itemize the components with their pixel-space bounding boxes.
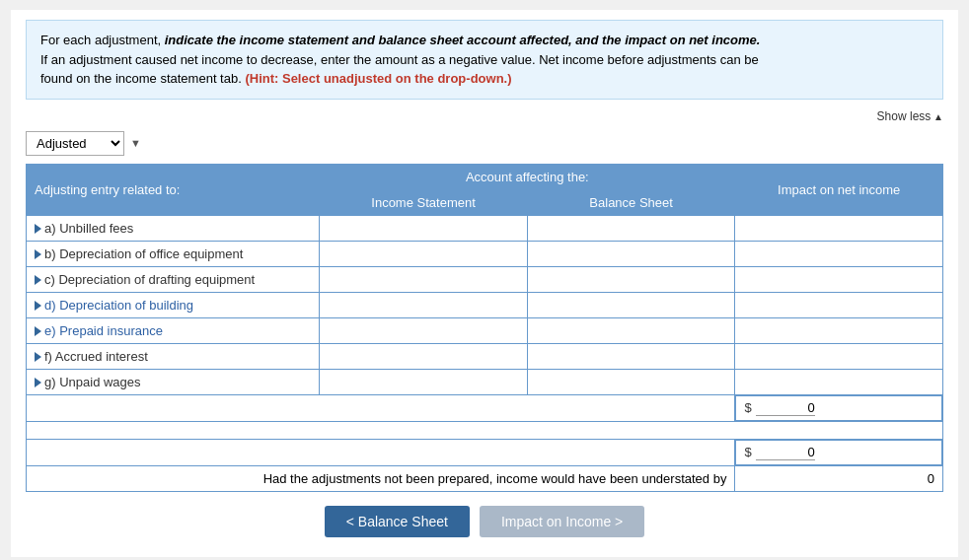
row-d-balance-cell[interactable] [527, 292, 735, 317]
row-a-balance-input[interactable] [532, 219, 731, 238]
row-f-income-input[interactable] [324, 347, 523, 366]
row-a-label-text: a) Unbilled fees [44, 221, 133, 236]
row-b-label: b) Depreciation of office equipment [27, 241, 320, 266]
row-d-impact-input[interactable] [739, 296, 938, 315]
triangle-icon-f [35, 352, 41, 362]
row-f-income-cell[interactable] [320, 343, 528, 369]
table-row: f) Accrued interest [27, 343, 943, 369]
row-a-impact-cell[interactable] [735, 215, 943, 241]
row-c-balance-input[interactable] [532, 270, 731, 289]
total-row-1: $ [27, 394, 943, 421]
row-f-impact-cell[interactable] [735, 343, 943, 369]
row-e-label: e) Prepaid insurance [27, 317, 320, 343]
understated-value-cell[interactable] [735, 465, 943, 491]
understated-label: Had the adjustments not been prepared, i… [27, 465, 735, 491]
row-a-income-input[interactable] [324, 219, 523, 238]
row-f-balance-input[interactable] [532, 347, 731, 366]
row-c-income-cell[interactable] [320, 266, 528, 292]
row-b-income-input[interactable] [324, 245, 523, 263]
total-row-2-dollar: $ [744, 445, 751, 459]
total-row-2: $ [27, 439, 943, 465]
row-c-impact-input[interactable] [739, 270, 938, 289]
header-impact: Impact on net income [735, 164, 943, 215]
header-income-statement: Income Statement [320, 189, 528, 215]
total-row-1-dollar: $ [744, 400, 751, 415]
row-d-income-cell[interactable] [320, 292, 528, 317]
row-d-label: d) Depreciation of building [27, 292, 320, 317]
header-balance-sheet: Balance Sheet [527, 189, 735, 215]
row-d-label-text: d) Depreciation of building [44, 298, 193, 313]
row-c-income-input[interactable] [324, 270, 523, 289]
instruction-hint: (Hint: Select unadjusted on the drop-dow… [245, 71, 511, 86]
understated-row: Had the adjustments not been prepared, i… [27, 465, 943, 491]
table-row: c) Depreciation of drafting equipment [27, 266, 943, 292]
total-row-2-input[interactable] [756, 445, 815, 460]
row-g-label-text: g) Unpaid wages [44, 375, 141, 389]
table-row: b) Depreciation of office equipment [27, 241, 943, 266]
row-c-label: c) Depreciation of drafting equipment [27, 266, 320, 292]
nav-buttons: < Balance Sheet Impact on Income > [26, 506, 943, 537]
row-b-balance-input[interactable] [532, 245, 731, 263]
empty-row [27, 421, 943, 439]
row-e-balance-input[interactable] [532, 321, 731, 340]
main-table: Adjusting entry related to: Account affe… [26, 164, 943, 492]
instruction-line2: If an adjustment caused net income to de… [40, 52, 759, 67]
header-account-affecting: Account affecting the: [320, 164, 735, 189]
row-d-income-input[interactable] [324, 296, 523, 315]
total-row-1-input[interactable] [756, 400, 815, 416]
row-g-balance-cell[interactable] [527, 369, 735, 394]
row-c-balance-cell[interactable] [527, 266, 735, 292]
show-less-arrow-icon: ▲ [931, 111, 943, 122]
header-adjusting: Adjusting entry related to: [27, 164, 320, 215]
triangle-icon-g [35, 378, 41, 387]
table-row: e) Prepaid insurance [27, 317, 943, 343]
row-a-label: a) Unbilled fees [27, 215, 320, 241]
row-b-income-cell[interactable] [320, 241, 528, 266]
table-row: g) Unpaid wages [27, 369, 943, 394]
triangle-icon-b [35, 249, 41, 259]
row-d-balance-input[interactable] [532, 296, 731, 315]
row-g-impact-cell[interactable] [735, 369, 943, 394]
impact-income-button[interactable]: Impact on Income > [480, 506, 644, 537]
row-e-balance-cell[interactable] [527, 317, 735, 343]
empty-row-spacer [27, 421, 943, 439]
row-e-impact-input[interactable] [739, 321, 938, 340]
table-row: a) Unbilled fees [27, 215, 943, 241]
row-a-income-cell[interactable] [320, 215, 528, 241]
row-g-impact-input[interactable] [739, 373, 938, 391]
row-g-balance-input[interactable] [532, 373, 731, 391]
understated-input[interactable] [743, 471, 934, 486]
row-a-balance-cell[interactable] [527, 215, 735, 241]
instruction-line1-bold: indicate the income statement and balanc… [165, 33, 761, 47]
adjusted-dropdown[interactable]: Adjusted Unadjusted [26, 131, 124, 156]
row-b-label-text: b) Depreciation of office equipment [44, 246, 243, 261]
triangle-icon-a [35, 224, 41, 234]
row-f-balance-cell[interactable] [527, 343, 735, 369]
row-d-impact-cell[interactable] [735, 292, 943, 317]
balance-sheet-button[interactable]: < Balance Sheet [325, 506, 470, 537]
total-row-2-spacer [27, 439, 735, 465]
total-row-1-amount-cell: $ [735, 395, 942, 421]
show-less-label: Show less [877, 109, 932, 123]
row-c-impact-cell[interactable] [735, 266, 943, 292]
row-f-label: f) Accrued interest [27, 343, 320, 369]
triangle-icon-e [35, 326, 41, 336]
triangle-icon-c [35, 275, 41, 285]
row-e-income-cell[interactable] [320, 317, 528, 343]
row-e-income-input[interactable] [324, 321, 523, 340]
row-b-balance-cell[interactable] [527, 241, 735, 266]
row-g-label: g) Unpaid wages [27, 369, 320, 394]
row-c-label-text: c) Depreciation of drafting equipment [44, 272, 255, 287]
row-f-impact-input[interactable] [739, 347, 938, 366]
instruction-line3-prefix: found on the income statement tab. [40, 71, 245, 86]
total-row-1-spacer [27, 394, 735, 421]
dropdown-row: Adjusted Unadjusted ▼ [26, 131, 943, 156]
row-g-income-input[interactable] [324, 373, 523, 391]
row-b-impact-cell[interactable] [735, 241, 943, 266]
row-g-income-cell[interactable] [320, 369, 528, 394]
row-a-impact-input[interactable] [739, 219, 938, 238]
show-less-link[interactable]: Show less ▲ [877, 109, 943, 123]
row-e-impact-cell[interactable] [735, 317, 943, 343]
instruction-line1-prefix: For each adjustment, [40, 33, 165, 47]
row-b-impact-input[interactable] [739, 245, 938, 263]
